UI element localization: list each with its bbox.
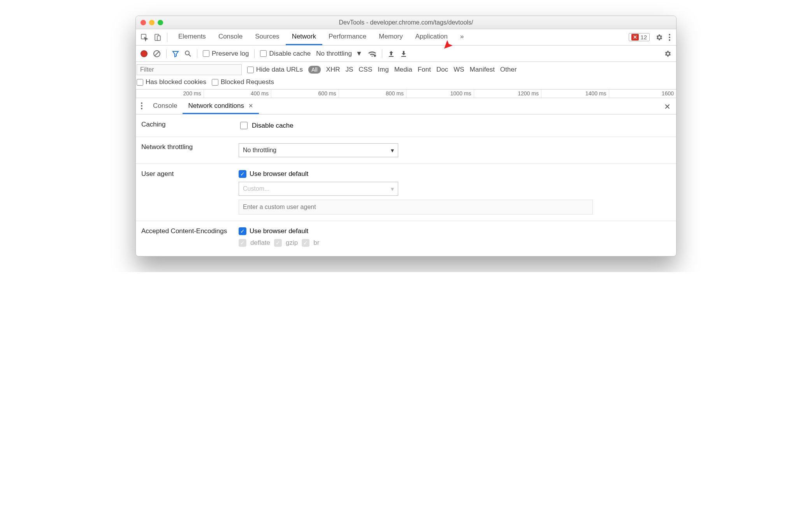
filter-type-css[interactable]: CSS	[359, 66, 372, 74]
svg-point-10	[374, 54, 376, 57]
filter-all-pill[interactable]: All	[308, 66, 321, 74]
throttling-label: Network throttling	[141, 143, 239, 151]
panel-settings-gear-icon[interactable]	[664, 50, 671, 58]
checkbox-disabled-icon: ✓	[239, 239, 246, 247]
devtools-window: DevTools - developer.chrome.com/tags/dev…	[135, 16, 677, 256]
network-toolbar: Preserve log Disable cache No throttling…	[136, 46, 676, 62]
ua-custom-select: Custom... ▾	[239, 182, 398, 196]
search-icon[interactable]	[185, 50, 192, 57]
scale-tick: 1000 ms	[406, 90, 474, 98]
user-agent-label: User agent	[141, 170, 239, 178]
filter-type-manifest[interactable]: Manifest	[470, 66, 495, 74]
error-x-icon: ✕	[631, 34, 639, 40]
svg-rect-11	[389, 56, 394, 57]
caching-label: Caching	[141, 121, 239, 128]
scale-tick: 400 ms	[204, 90, 271, 98]
tab-elements[interactable]: Elements	[172, 29, 212, 45]
upload-har-icon[interactable]	[388, 50, 395, 57]
filter-type-media[interactable]: Media	[394, 66, 412, 74]
filter-type-font[interactable]: Font	[418, 66, 431, 74]
filter-type-img[interactable]: Img	[378, 66, 388, 74]
encoding-br: br	[313, 239, 319, 247]
filter-bar: Hide data URLs All XHR JS CSS Img Media …	[136, 62, 676, 90]
tab-sources[interactable]: Sources	[249, 29, 285, 45]
filter-type-other[interactable]: Other	[500, 66, 517, 74]
scale-tick: 1200 ms	[474, 90, 541, 98]
filter-type-ws[interactable]: WS	[453, 66, 464, 74]
disable-cache-checkbox-drawer[interactable]: Disable cache	[239, 121, 671, 130]
record-button[interactable]	[141, 50, 148, 57]
error-count: 12	[640, 34, 647, 40]
blocked-requests-checkbox[interactable]: Blocked Requests	[212, 78, 274, 86]
scale-tick: 600 ms	[271, 90, 339, 98]
checkbox-checked-icon: ✓	[239, 227, 246, 235]
error-count-badge[interactable]: ✕ 12	[629, 33, 650, 41]
disable-cache-checkbox[interactable]: Disable cache	[260, 50, 311, 58]
tab-performance[interactable]: Performance	[322, 29, 373, 45]
dropdown-caret-icon: ▾	[391, 185, 394, 193]
svg-line-9	[189, 54, 191, 56]
close-drawer-icon[interactable]: ✕	[659, 98, 676, 114]
tab-memory[interactable]: Memory	[373, 29, 409, 45]
filter-icon[interactable]	[172, 50, 179, 57]
inspect-element-icon[interactable]	[141, 33, 148, 41]
annotation-arrow-icon	[442, 32, 460, 51]
svg-rect-12	[401, 56, 406, 57]
window-minimize-button[interactable]	[149, 20, 155, 25]
svg-point-5	[669, 39, 670, 41]
scale-tick: 800 ms	[339, 90, 406, 98]
filter-type-xhr[interactable]: XHR	[326, 66, 340, 74]
filter-input[interactable]	[137, 64, 242, 75]
svg-rect-2	[157, 36, 160, 40]
has-blocked-cookies-checkbox[interactable]: Has blocked cookies	[137, 78, 206, 86]
tab-network[interactable]: Network	[286, 29, 322, 45]
window-zoom-button[interactable]	[158, 20, 163, 25]
encoding-deflate: deflate	[250, 239, 270, 247]
checkbox-disabled-icon: ✓	[274, 239, 282, 247]
ua-custom-input	[239, 200, 593, 214]
drawer-tab-network-conditions[interactable]: Network conditions ✕	[183, 98, 258, 114]
titlebar: DevTools - developer.chrome.com/tags/dev…	[136, 16, 676, 29]
dropdown-caret-icon: ▼	[356, 50, 362, 58]
device-toggle-icon[interactable]	[154, 33, 162, 41]
drawer-more-icon[interactable]	[136, 98, 148, 114]
svg-point-4	[669, 37, 670, 38]
network-conditions-icon[interactable]	[368, 50, 376, 57]
window-title: DevTools - developer.chrome.com/tags/dev…	[136, 19, 676, 26]
close-tab-icon[interactable]: ✕	[248, 102, 253, 109]
drawer-tab-console[interactable]: Console	[148, 98, 183, 114]
ua-use-default-checkbox[interactable]: ✓ Use browser default	[239, 170, 671, 178]
svg-point-15	[141, 108, 142, 109]
clear-icon[interactable]	[153, 50, 161, 58]
throttling-select-drawer[interactable]: No throttling ▾	[239, 143, 398, 157]
filter-type-doc[interactable]: Doc	[436, 66, 448, 74]
scale-tick: 1600	[609, 90, 677, 98]
window-close-button[interactable]	[141, 20, 146, 25]
scale-tick: 1400 ms	[541, 90, 609, 98]
encoding-gzip: gzip	[286, 239, 298, 247]
checkbox-disabled-icon: ✓	[302, 239, 309, 247]
hide-data-urls-checkbox[interactable]: Hide data URLs	[247, 66, 303, 74]
drawer-tabstrip: Console Network conditions ✕ ✕	[136, 98, 676, 114]
preserve-log-checkbox[interactable]: Preserve log	[203, 50, 249, 58]
download-har-icon[interactable]	[400, 50, 407, 57]
network-conditions-panel: Caching Disable cache Network throttling…	[136, 114, 676, 256]
timeline-scale[interactable]: 200 ms 400 ms 600 ms 800 ms 1000 ms 1200…	[136, 90, 676, 98]
tab-console[interactable]: Console	[212, 29, 249, 45]
kebab-menu-icon[interactable]	[668, 33, 671, 41]
settings-gear-icon[interactable]	[655, 33, 663, 41]
svg-line-7	[155, 51, 159, 56]
enc-use-default-checkbox[interactable]: ✓ Use browser default	[239, 227, 671, 235]
scale-tick: 200 ms	[136, 90, 204, 98]
svg-point-8	[185, 51, 189, 55]
filter-type-js[interactable]: JS	[345, 66, 353, 74]
main-tabstrip: Elements Console Sources Network Perform…	[136, 29, 676, 46]
dropdown-caret-icon: ▾	[391, 147, 394, 154]
checkbox-checked-icon: ✓	[239, 170, 246, 178]
encodings-label: Accepted Content-Encodings	[141, 227, 239, 235]
svg-point-3	[669, 34, 670, 35]
svg-point-14	[141, 105, 142, 107]
throttling-select[interactable]: No throttling ▼	[316, 50, 362, 58]
svg-point-13	[141, 102, 142, 104]
